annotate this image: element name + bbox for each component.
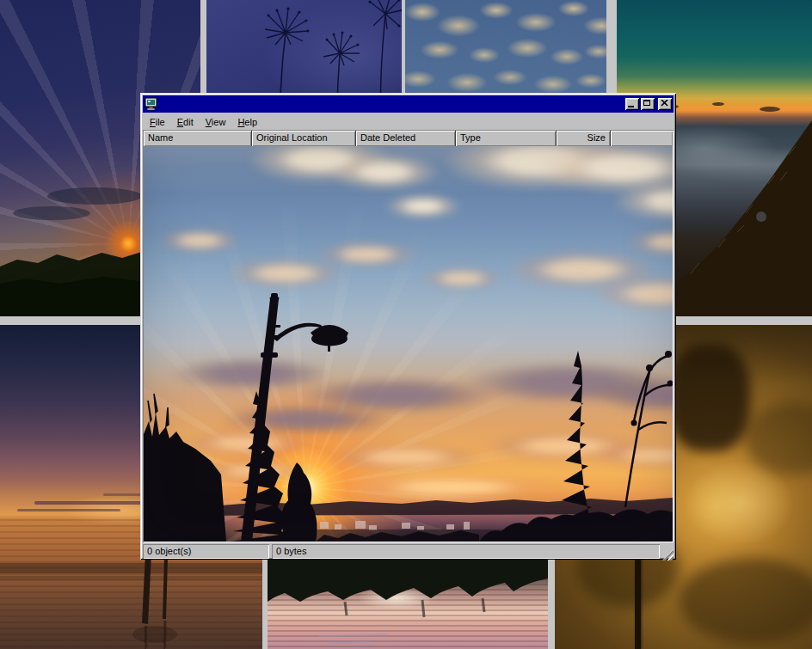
status-objects: 0 object(s) <box>143 544 269 559</box>
column-header-type[interactable]: Type <box>456 131 557 146</box>
maximize-button[interactable] <box>641 98 655 110</box>
column-header-original-location[interactable]: Original Location <box>252 131 356 146</box>
list-area-wallpaper-photo[interactable] <box>144 146 673 542</box>
column-header-date-deleted[interactable]: Date Deleted <box>356 131 456 146</box>
column-header-filler <box>611 131 673 146</box>
menu-item-view[interactable]: View <box>200 115 232 129</box>
close-button[interactable] <box>658 98 672 110</box>
menu-item-file[interactable]: File <box>144 115 171 129</box>
list-pane: Name Original Location Date Deleted Type… <box>143 130 674 542</box>
column-header-row: Name Original Location Date Deleted Type… <box>144 131 673 146</box>
column-header-size[interactable]: Size <box>557 131 611 146</box>
maximize-icon <box>643 100 650 106</box>
vignette <box>144 146 673 542</box>
close-icon <box>661 100 668 107</box>
resize-grip[interactable] <box>662 549 674 560</box>
minimize-button[interactable] <box>625 98 639 110</box>
titlebar[interactable] <box>143 95 674 113</box>
blur-smudge <box>745 402 812 475</box>
menu-item-edit[interactable]: Edit <box>171 115 200 129</box>
computer-icon <box>145 97 158 111</box>
menu-item-help[interactable]: Help <box>231 115 263 129</box>
desktop: File Edit View Help Name Original Locati… <box>0 0 812 649</box>
minimize-icon <box>628 106 634 107</box>
statusbar: 0 object(s) 0 bytes <box>143 542 674 560</box>
column-header-name[interactable]: Name <box>144 131 252 146</box>
status-bytes: 0 bytes <box>272 544 660 559</box>
explorer-window: File Edit View Help Name Original Locati… <box>140 93 676 560</box>
blur-smudge <box>679 558 812 644</box>
blurred-tree-silhouette <box>668 344 750 451</box>
menubar: File Edit View Help <box>143 113 674 130</box>
